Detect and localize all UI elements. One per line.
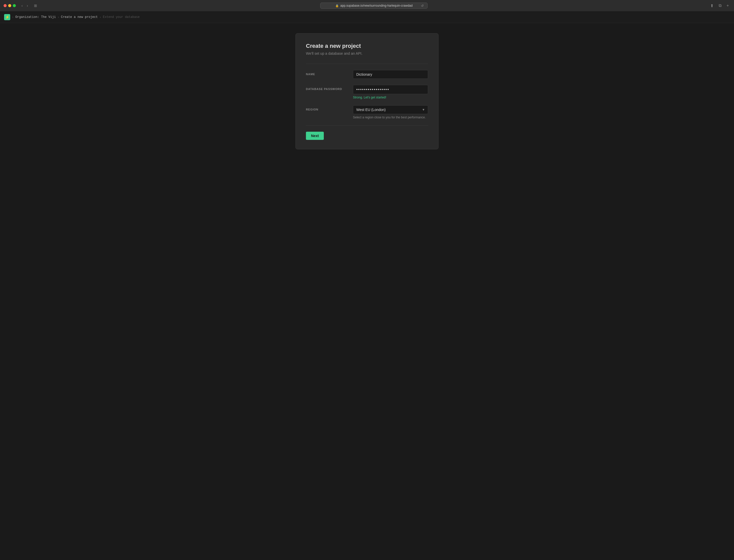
- next-button[interactable]: Next: [306, 132, 324, 140]
- region-select[interactable]: West EU (London) East US (North Virginia…: [353, 105, 428, 114]
- address-bar[interactable]: 🔒 app.supabase.io/new/surrounding-harleq…: [320, 3, 427, 9]
- new-tab-button[interactable]: +: [725, 3, 730, 8]
- minimize-button[interactable]: [8, 4, 11, 7]
- password-label: DATABASE PASSWORD: [306, 85, 347, 91]
- region-row: REGION West EU (London) East US (North V…: [306, 105, 428, 119]
- nav-buttons: ‹ ›: [20, 3, 29, 8]
- region-hint: Select a region close to you for the bes…: [353, 116, 428, 119]
- form-title: Create a new project: [306, 43, 428, 49]
- reload-button[interactable]: ↺: [419, 3, 425, 8]
- forward-button[interactable]: ›: [25, 3, 30, 8]
- password-control: Strong. Let's get started!: [353, 85, 428, 99]
- maximize-button[interactable]: [13, 4, 16, 7]
- browser-chrome: ‹ › ⊞ 🔒 app.supabase.io/new/surrounding-…: [0, 0, 734, 12]
- region-select-wrapper: West EU (London) East US (North Virginia…: [353, 105, 428, 114]
- supabase-logo[interactable]: ⚡: [4, 14, 10, 20]
- share-button[interactable]: ⬆: [709, 3, 715, 9]
- close-button[interactable]: [4, 4, 7, 7]
- browser-actions: ⬆ ⧉ +: [709, 3, 730, 9]
- url-text: app.supabase.io/new/surrounding-harlequi…: [341, 4, 413, 7]
- password-hint: Strong. Let's get started!: [353, 96, 428, 99]
- breadcrumb-create[interactable]: Create a new project: [61, 15, 98, 19]
- region-label: REGION: [306, 105, 347, 111]
- tab-icon-button[interactable]: ⊞: [32, 3, 39, 8]
- breadcrumb-sep-1: ›: [12, 15, 13, 19]
- form-subtitle: We'll set up a database and an API.: [306, 51, 428, 55]
- form-divider-bottom: [306, 125, 428, 126]
- password-row: DATABASE PASSWORD Strong. Let's get star…: [306, 85, 428, 99]
- duplicate-button[interactable]: ⧉: [717, 3, 723, 8]
- breadcrumb-sep-3: ›: [100, 15, 101, 19]
- address-bar-wrapper: 🔒 app.supabase.io/new/surrounding-harleq…: [42, 3, 706, 9]
- name-control: [353, 70, 428, 79]
- breadcrumb-sep-2: ›: [58, 15, 59, 19]
- breadcrumb-extend: Extend your database: [103, 15, 140, 19]
- name-input[interactable]: [353, 70, 428, 79]
- breadcrumb-org[interactable]: Organization: The Viji: [15, 15, 56, 19]
- region-control: West EU (London) East US (North Virginia…: [353, 105, 428, 119]
- password-input[interactable]: [353, 85, 428, 94]
- name-label: NAME: [306, 70, 347, 76]
- form-card: Create a new project We'll set up a data…: [296, 33, 438, 149]
- top-nav: ⚡ › Organization: The Viji › Create a ne…: [0, 12, 734, 23]
- name-row: NAME: [306, 70, 428, 79]
- lock-icon: 🔒: [335, 4, 339, 7]
- form-divider-top: [306, 64, 428, 64]
- main-content: Create a new project We'll set up a data…: [0, 23, 734, 560]
- back-button[interactable]: ‹: [20, 3, 24, 8]
- traffic-lights: [4, 4, 16, 7]
